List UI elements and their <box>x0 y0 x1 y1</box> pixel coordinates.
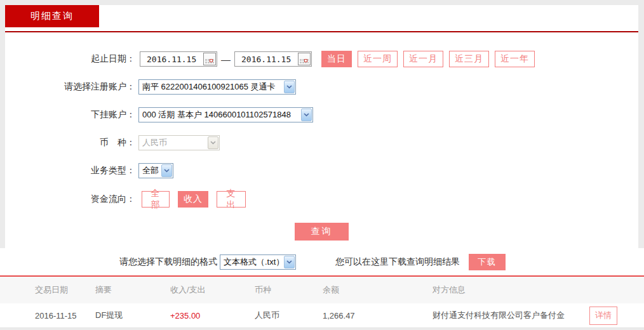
calendar-icon[interactable] <box>203 53 216 65</box>
end-date-field <box>234 51 312 67</box>
date-range-label: 起止日期： <box>5 53 138 65</box>
direction-income-button[interactable]: 收入 <box>178 191 208 208</box>
cell-amount: +235.00 <box>170 311 255 320</box>
download-hint: 您可以在这里下载查询明细结果 <box>335 256 460 268</box>
registered-account-value: 南平 6222001406100921065 灵通卡 <box>142 81 283 93</box>
quick-range-today-button[interactable]: 当日 <box>321 51 352 67</box>
currency-value: 人民币 <box>142 137 207 148</box>
sub-account-value: 000 活期 基本户 1406600101102571848 <box>142 109 300 121</box>
header-balance: 余额 <box>323 284 433 296</box>
registered-account-label: 请选择注册账户： <box>5 81 138 93</box>
chevron-down-icon <box>161 164 172 177</box>
cell-trade-date: 2016-11-15 <box>0 311 95 320</box>
detail-button[interactable]: 详情 <box>589 307 617 325</box>
cell-counterparty: 财付通支付科技有限公司客户备付金 <box>433 310 589 321</box>
quick-range-month-button[interactable]: 近一月 <box>403 51 443 67</box>
download-format-label: 请您选择下载明细的格式 <box>119 256 217 268</box>
start-date-input[interactable] <box>140 53 199 65</box>
cell-summary: DF提现 <box>95 310 170 321</box>
tab-label: 明细查询 <box>30 10 74 22</box>
currency-select: 人民币 <box>138 135 220 150</box>
sub-account-row: 下挂账户： 000 活期 基本户 1406600101102571848 <box>5 107 638 122</box>
header-summary: 摘要 <box>95 284 170 296</box>
download-button[interactable]: 下载 <box>469 254 506 270</box>
chevron-down-icon <box>208 136 218 149</box>
registered-account-select[interactable]: 南平 6222001406100921065 灵通卡 <box>138 79 296 95</box>
chevron-down-icon <box>301 109 312 121</box>
currency-row: 币 种： 人民币 <box>5 135 638 150</box>
download-format-value: 文本格式（.txt） <box>224 256 283 268</box>
sub-account-label: 下挂账户： <box>5 109 138 121</box>
business-type-label: 业务类型： <box>5 165 138 176</box>
cell-currency: 人民币 <box>255 310 323 321</box>
direction-expense-button[interactable]: 支出 <box>217 191 246 208</box>
table-header-row: 交易日期 摘要 收入/支出 币种 余额 对方信息 <box>0 277 644 303</box>
fund-direction-label: 资金流向： <box>5 194 138 205</box>
business-type-value: 全部 <box>142 165 161 176</box>
header-counterparty: 对方信息 <box>433 284 589 296</box>
sub-account-select[interactable]: 000 活期 基本户 1406600101102571848 <box>138 107 313 122</box>
date-range-row: 起止日期： — 当日 近一周 近一月 近三月 近一年 <box>5 51 638 67</box>
tab-bar: 明细查询 <box>5 5 638 32</box>
date-separator: — <box>221 54 231 65</box>
download-section: 请您选择下载明细的格式 文本格式（.txt） 您可以在这里下载查询明细结果 下载 <box>0 248 644 277</box>
tab-detail-query[interactable]: 明细查询 <box>5 5 99 27</box>
currency-label: 币 种： <box>5 137 138 148</box>
end-date-input[interactable] <box>235 53 293 65</box>
start-date-field <box>140 51 217 67</box>
business-type-row: 业务类型： 全部 <box>5 163 638 178</box>
direction-all-button[interactable]: 全部 <box>142 191 170 208</box>
cell-balance: 1,266.47 <box>323 311 433 320</box>
query-button[interactable]: 查询 <box>295 223 349 241</box>
header-currency: 币种 <box>255 284 323 296</box>
fund-direction-row: 资金流向： 全部 收入 支出 <box>5 191 638 208</box>
download-format-select[interactable]: 文本格式（.txt） <box>220 254 296 270</box>
quick-range-3months-button[interactable]: 近三月 <box>449 51 489 67</box>
table-row: 2016-11-15 DF提现 +235.00 人民币 1,266.47 财付通… <box>0 303 644 328</box>
query-button-row: 查询 <box>5 223 638 241</box>
header-amount: 收入/支出 <box>170 284 255 296</box>
cell-action: 详情 <box>589 307 644 325</box>
registered-account-row: 请选择注册账户： 南平 6222001406100921065 灵通卡 <box>5 79 638 95</box>
quick-range-week-button[interactable]: 近一周 <box>358 51 398 67</box>
chevron-down-icon <box>284 81 295 93</box>
business-type-select[interactable]: 全部 <box>138 163 173 178</box>
query-form: 起止日期： — 当日 近一周 近一月 近三月 近一年 请选择注册账户： 南平 6… <box>5 32 638 248</box>
chevron-down-icon <box>284 256 295 268</box>
calendar-icon[interactable] <box>298 53 311 65</box>
quick-range-year-button[interactable]: 近一年 <box>495 51 535 67</box>
header-trade-date: 交易日期 <box>0 284 95 296</box>
